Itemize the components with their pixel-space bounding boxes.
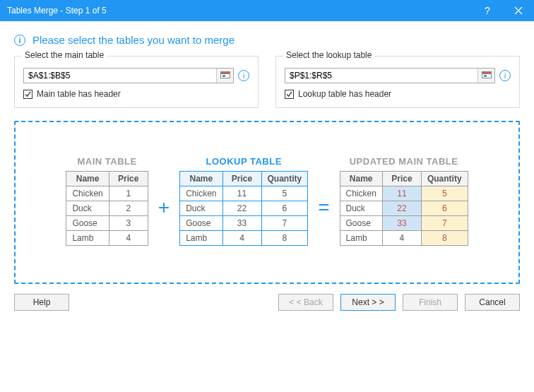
table-row: Lamb4	[66, 231, 148, 246]
col-price: Price	[109, 172, 148, 186]
table-cell: 4	[222, 231, 261, 246]
svg-rect-3	[220, 72, 230, 74]
table-row: Goose337	[340, 216, 468, 231]
lookup-table-title: LOOKUP TABLE	[179, 156, 308, 167]
lookup-range-picker-button[interactable]	[477, 69, 494, 83]
table-row: Goose3	[66, 216, 148, 231]
plus-icon: +	[158, 185, 170, 218]
lookup-table: Name Price Quantity Chicken115Duck226Goo…	[179, 171, 308, 246]
footer: Help < < Back Next > > Finish Cancel	[0, 294, 534, 322]
table-cell: Goose	[180, 216, 222, 231]
table-cell: 6	[261, 201, 308, 216]
col-qty: Quantity	[261, 172, 308, 186]
info-icon: i	[14, 35, 25, 46]
close-icon	[514, 6, 523, 15]
table-cell: Lamb	[66, 231, 109, 246]
col-price: Price	[222, 172, 261, 186]
heading-row: i Please select the tables you want to m…	[14, 34, 520, 46]
table-cell: Duck	[180, 201, 222, 216]
table-cell: 8	[421, 231, 468, 246]
col-qty: Quantity	[421, 172, 468, 186]
col-price: Price	[382, 172, 421, 186]
main-range-info-icon[interactable]: i	[238, 70, 249, 81]
table-cell: 33	[382, 216, 421, 231]
svg-rect-7	[484, 75, 487, 77]
table-cell: Duck	[340, 201, 382, 216]
table-cell: Chicken	[180, 186, 222, 201]
range-picker-icon	[220, 71, 230, 80]
table-cell: Goose	[66, 216, 109, 231]
range-picker-icon	[482, 71, 492, 80]
table-row: Chicken115	[180, 186, 308, 201]
equals-icon: =	[318, 185, 329, 218]
lookup-range-info-icon[interactable]: i	[499, 70, 511, 81]
main-has-header-checkbox[interactable]: Main table has header	[23, 89, 249, 99]
cancel-button[interactable]: Cancel	[465, 294, 520, 311]
table-cell: 5	[421, 186, 468, 201]
lookup-range-input[interactable]	[285, 69, 477, 83]
lookup-range-field[interactable]	[285, 68, 495, 83]
lookup-has-header-checkbox[interactable]: Lookup table has header	[285, 89, 511, 99]
main-range-field[interactable]	[23, 68, 234, 83]
window-title: Tables Merge - Step 1 of 5	[7, 6, 472, 16]
back-button: < < Back	[278, 294, 333, 311]
table-row: Duck2	[66, 201, 148, 216]
table-row: Lamb48	[340, 231, 468, 246]
table-cell: Lamb	[340, 231, 382, 246]
table-row: Duck226	[340, 201, 468, 216]
help-button[interactable]: Help	[14, 294, 69, 311]
updated-table-title: UPDATED MAIN TABLE	[340, 156, 468, 167]
finish-button: Finish	[403, 294, 458, 311]
page-heading: Please select the tables you want to mer…	[32, 34, 235, 46]
main-table-legend: Select the main table	[22, 50, 107, 60]
table-cell: 2	[109, 201, 148, 216]
table-cell: 3	[109, 216, 148, 231]
col-name: Name	[180, 172, 222, 186]
lookup-has-header-label: Lookup table has header	[298, 89, 391, 99]
titlebar: Tables Merge - Step 1 of 5 ?	[0, 0, 534, 21]
help-icon: ?	[485, 5, 490, 16]
updated-table: Name Price Quantity Chicken115Duck226Goo…	[340, 171, 468, 246]
table-cell: 22	[382, 201, 421, 216]
col-name: Name	[66, 172, 109, 186]
table-cell: 4	[109, 231, 148, 246]
table-cell: 11	[222, 186, 261, 201]
table-cell: 11	[382, 186, 421, 201]
lookup-table-preview: LOOKUP TABLE Name Price Quantity Chicken…	[179, 156, 308, 246]
titlebar-help-button[interactable]: ?	[472, 0, 503, 21]
main-range-picker-button[interactable]	[216, 69, 233, 83]
table-cell: Duck	[66, 201, 109, 216]
col-name: Name	[340, 172, 382, 186]
table-selectors: Select the main table i Main table has h…	[14, 56, 520, 108]
main-table: Name Price Chicken1Duck2Goose3Lamb4	[66, 171, 148, 246]
table-cell: 4	[382, 231, 421, 246]
table-cell: Lamb	[180, 231, 222, 246]
main-has-header-label: Main table has header	[37, 89, 121, 99]
table-cell: 1	[109, 186, 148, 201]
table-row: Goose337	[180, 216, 308, 231]
checkbox-checked-icon	[285, 90, 294, 99]
table-row: Chicken115	[340, 186, 468, 201]
main-table-group: Select the main table i Main table has h…	[14, 56, 259, 108]
table-row: Duck226	[180, 201, 308, 216]
titlebar-close-button[interactable]	[503, 0, 534, 21]
updated-table-preview: UPDATED MAIN TABLE Name Price Quantity C…	[340, 156, 468, 246]
checkbox-checked-icon	[23, 90, 32, 99]
table-cell: Chicken	[340, 186, 382, 201]
main-range-input[interactable]	[24, 69, 216, 83]
table-cell: 7	[421, 216, 468, 231]
content-area: i Please select the tables you want to m…	[0, 21, 534, 294]
table-cell: 22	[222, 201, 261, 216]
preview-panel: MAIN TABLE Name Price Chicken1Duck2Goose…	[14, 121, 520, 284]
lookup-table-group: Select the lookup table i Lookup table h…	[275, 56, 520, 108]
table-cell: 8	[261, 231, 308, 246]
table-row: Lamb48	[180, 231, 308, 246]
main-table-title: MAIN TABLE	[66, 156, 148, 167]
table-cell: 7	[261, 216, 308, 231]
table-cell: 33	[222, 216, 261, 231]
svg-rect-6	[482, 72, 491, 74]
table-cell: 6	[421, 201, 468, 216]
lookup-table-legend: Select the lookup table	[283, 50, 374, 60]
table-cell: 5	[261, 186, 308, 201]
next-button[interactable]: Next > >	[340, 294, 396, 311]
